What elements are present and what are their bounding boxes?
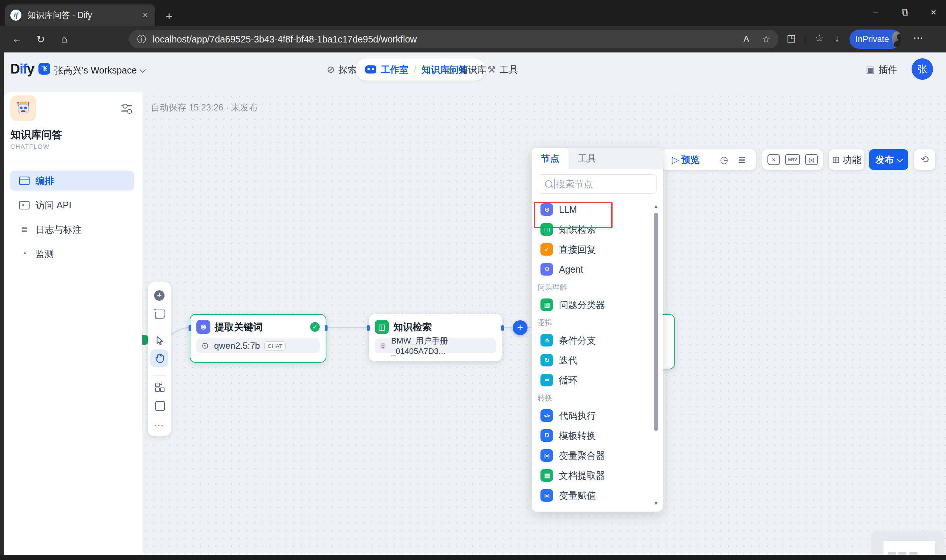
- env-variables-icon[interactable]: ENV: [785, 154, 800, 165]
- add-note-button[interactable]: [155, 309, 165, 319]
- fit-view-icon[interactable]: [155, 401, 165, 411]
- dataset-name: BMW_用户手册_01405A7D3...: [391, 335, 492, 356]
- scroll-up-icon[interactable]: ▲: [653, 203, 659, 209]
- if-else-icon: ⋔: [540, 334, 553, 346]
- extensions-icon[interactable]: ◳: [787, 32, 796, 44]
- pointer-mode-button[interactable]: [148, 335, 171, 347]
- answer-icon: ✓: [540, 243, 553, 255]
- back-button[interactable]: ←: [5, 33, 29, 45]
- downloads-icon[interactable]: ↓: [835, 32, 840, 44]
- play-icon: ▷: [672, 154, 679, 165]
- publish-button[interactable]: 发布: [869, 149, 908, 170]
- site-info-icon[interactable]: ⓘ: [137, 33, 146, 45]
- iteration-icon: ↻: [540, 354, 553, 366]
- terminal-icon: >_: [19, 201, 29, 209]
- plugins-icon: ▣: [866, 64, 875, 75]
- sidebar-item-orchestrate[interactable]: 编排: [10, 171, 134, 191]
- node-item-direct-answer[interactable]: ✓直接回复: [532, 239, 663, 259]
- output-handle[interactable]: [325, 325, 327, 331]
- window-restore-button[interactable]: ⧉: [897, 7, 914, 18]
- app-title: 知识库问答: [10, 128, 62, 142]
- tab-tools[interactable]: 工具: [569, 148, 605, 169]
- window-minimize-button[interactable]: –: [867, 7, 884, 18]
- workspace-avatar[interactable]: 张: [39, 63, 50, 75]
- app-settings-icon[interactable]: [121, 104, 132, 113]
- node-item-if-else[interactable]: ⋔条件分支: [532, 330, 663, 350]
- taskbar-edge: [0, 555, 946, 560]
- hand-mode-button[interactable]: [150, 349, 168, 367]
- node-knowledge-retrieval[interactable]: ◫ 知识检索 BMW_用户手册_01405A7D3...: [369, 314, 502, 361]
- home-button[interactable]: ⌂: [52, 33, 76, 45]
- new-tab-button[interactable]: +: [166, 9, 173, 23]
- nav-studio[interactable]: 工作室: [381, 63, 409, 76]
- panel-scrollbar[interactable]: ▲ ▼: [652, 203, 661, 506]
- toolbar-more-icon[interactable]: ⋯: [148, 420, 171, 431]
- model-name: qwen2.5:7b: [214, 341, 260, 351]
- window-close-button[interactable]: ×: [925, 7, 942, 18]
- node-item-template[interactable]: D模板转换: [532, 426, 663, 446]
- nav-plugins[interactable]: ▣ 插件: [866, 63, 897, 76]
- sidebar-item-monitoring[interactable]: ◔ 监测: [10, 244, 134, 264]
- variables-icon[interactable]: (x): [805, 154, 818, 165]
- node-item-iteration[interactable]: ↻迭代: [532, 350, 663, 370]
- conversation-variables-icon[interactable]: ✕: [767, 154, 780, 165]
- text-cursor: [554, 179, 554, 189]
- model-selector[interactable]: qwen2.5:7b CHAT: [196, 338, 320, 353]
- dify-favicon: if: [10, 9, 22, 21]
- user-avatar[interactable]: 张: [912, 58, 933, 80]
- tab-nodes[interactable]: 节点: [532, 148, 569, 169]
- workspace-selector[interactable]: 张高兴's Workspace: [54, 64, 145, 77]
- app-icon[interactable]: [10, 95, 36, 121]
- run-toolbar-group: ▷ 预览 ◷ ≣: [662, 149, 756, 170]
- favorite-star-icon[interactable]: ☆: [762, 34, 770, 45]
- browser-tab-strip: if 知识库问答 - Dify × + – ⧉ ×: [0, 0, 946, 26]
- panel-tabs: 节点 工具: [532, 148, 663, 169]
- sidebar-item-api-access[interactable]: >_ 访问 API: [10, 195, 134, 215]
- tab-close-icon[interactable]: ×: [140, 10, 150, 20]
- refresh-button[interactable]: ↻: [29, 33, 52, 45]
- node-item-doc-extractor[interactable]: ▤文档提取器: [532, 465, 663, 485]
- search-icon: [545, 180, 552, 188]
- app-sidebar: 知识库问答 CHATFLOW 编排 >_ 访问 API ≣ 日志与标注 ◔ 监测: [4, 92, 142, 555]
- node-item-variable-aggregator[interactable]: {x}变量聚合器: [532, 446, 663, 465]
- nav-knowledge[interactable]: ▤ 知识库: [446, 63, 486, 76]
- breadcrumb-slash: /: [32, 63, 35, 75]
- node-item-code[interactable]: </>代码执行: [532, 406, 663, 426]
- success-check-icon: ✓: [310, 322, 320, 332]
- scrollbar-thumb[interactable]: [654, 213, 658, 431]
- preview-button[interactable]: ▷ 预览: [672, 154, 699, 166]
- add-node-on-edge-button[interactable]: +: [513, 320, 528, 335]
- checklist-icon[interactable]: ≣: [738, 154, 746, 165]
- dataset-item[interactable]: BMW_用户手册_01405A7D3...: [375, 338, 496, 353]
- address-bar[interactable]: ⓘ localhost/app/7da69525-3b43-4f8f-bf48-…: [130, 30, 778, 48]
- browser-tab[interactable]: if 知识库问答 - Dify ×: [5, 5, 155, 26]
- node-item-loop[interactable]: ∞循环: [532, 370, 663, 390]
- read-aloud-icon[interactable]: A: [744, 34, 749, 44]
- browser-menu-icon[interactable]: ⋯: [913, 32, 923, 44]
- node-item-variable-assigner[interactable]: {x}变量赋值: [532, 485, 663, 505]
- version-history-button[interactable]: ⟲: [914, 149, 935, 170]
- dify-logo[interactable]: Dify: [10, 61, 34, 77]
- workflow-canvas[interactable]: 自动保存 15:23:26 · 未发布 +: [142, 92, 946, 560]
- run-history-icon[interactable]: ◷: [720, 154, 728, 165]
- node-list: ⊛LLM ◫知识检索 ✓直接回复 ⚙Agent 问题理解 ▥问题分类器 逻辑 ⋔…: [532, 200, 663, 505]
- output-handle[interactable]: [501, 325, 504, 331]
- node-extract-keywords[interactable]: ⊛ 提取关键词 ✓ qwen2.5:7b CHAT: [190, 314, 326, 363]
- features-button[interactable]: ⊞ 功能: [829, 149, 864, 170]
- input-handle[interactable]: [188, 325, 191, 331]
- collections-icon[interactable]: ☆: [815, 32, 824, 44]
- sidebar-item-logs[interactable]: ≣ 日志与标注: [10, 219, 134, 239]
- add-node-button[interactable]: +: [154, 290, 165, 301]
- url-text[interactable]: localhost/app/7da69525-3b43-4f8f-bf48-1b…: [153, 34, 744, 45]
- inprivate-badge[interactable]: InPrivate: [850, 29, 901, 49]
- node-item-question-classifier[interactable]: ▥问题分类器: [532, 295, 663, 315]
- nav-explore[interactable]: ⊘ 探索: [327, 63, 357, 76]
- doc-extractor-icon: ▤: [540, 469, 553, 482]
- node-item-agent[interactable]: ⚙Agent: [532, 259, 663, 279]
- search-node-input[interactable]: 搜索节点: [538, 174, 657, 194]
- auto-layout-icon[interactable]: [155, 383, 164, 391]
- input-handle[interactable]: [367, 325, 370, 331]
- scroll-down-icon[interactable]: ▼: [653, 500, 659, 506]
- logs-icon: ≣: [19, 225, 29, 234]
- nav-tools[interactable]: ⚒ 工具: [487, 63, 518, 76]
